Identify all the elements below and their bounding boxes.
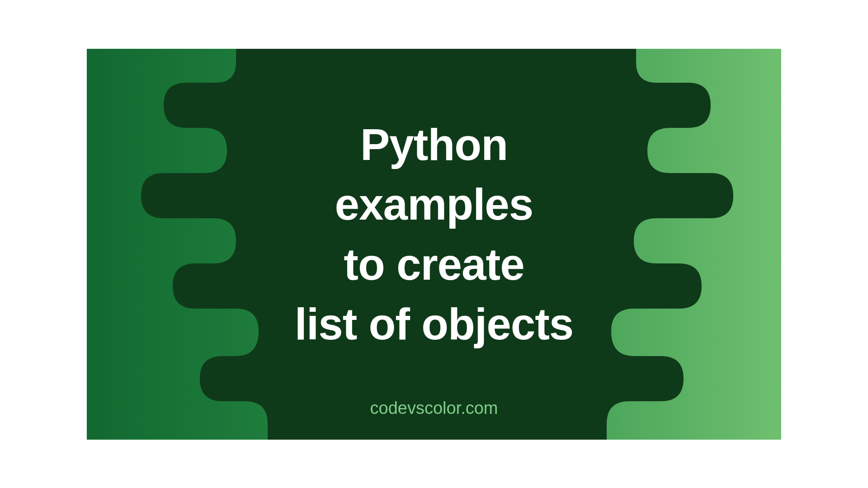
banner-title: Python examples to create list of object…	[295, 115, 574, 354]
promo-banner: Python examples to create list of object…	[87, 49, 781, 440]
banner-footer: codevscolor.com	[370, 399, 498, 418]
